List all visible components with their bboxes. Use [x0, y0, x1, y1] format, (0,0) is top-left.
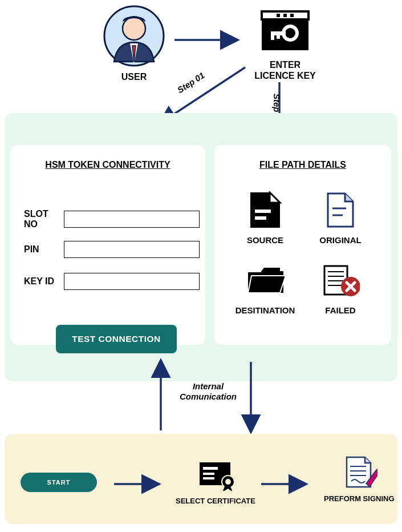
svg-rect-14 — [255, 209, 271, 213]
user-avatar-icon — [103, 5, 165, 67]
key-id-row: KEY ID — [24, 273, 200, 290]
svg-rect-15 — [255, 216, 266, 220]
arrow-start-to-cert — [113, 478, 162, 490]
original-item: ORIGINAL — [306, 191, 375, 245]
hsm-card-title: HSM TOKEN CONNECTIVITY — [10, 160, 205, 170]
certificate-icon — [197, 459, 234, 491]
slot-no-field[interactable] — [64, 211, 200, 228]
select-certificate-item: SELECT CERTIFICATE — [176, 457, 255, 505]
pin-label: PIN — [24, 244, 64, 255]
pin-field[interactable] — [64, 241, 200, 258]
svg-rect-5 — [283, 14, 287, 17]
svg-rect-10 — [277, 35, 280, 39]
failed-item: FAILED — [306, 261, 375, 315]
key-id-field[interactable] — [64, 273, 200, 290]
file-paths-card: FILE PATH DETAILS SOURCE ORIGINAL DESITI… — [214, 145, 391, 345]
file-paths-title: FILE PATH DETAILS — [214, 160, 391, 170]
select-certificate-label: SELECT CERTIFICATE — [176, 497, 255, 505]
svg-rect-31 — [203, 473, 214, 475]
svg-rect-6 — [290, 14, 294, 17]
arrow-internal-down — [245, 358, 257, 433]
failed-label: FAILED — [325, 305, 355, 315]
folder-icon — [246, 264, 285, 296]
failed-file-icon — [321, 263, 360, 298]
pin-row: PIN — [24, 241, 200, 258]
svg-point-1 — [123, 17, 145, 40]
svg-rect-32 — [203, 477, 214, 479]
slot-no-label: SLOT NO — [24, 209, 64, 229]
destination-item: DESITINATION — [230, 261, 300, 315]
internal-communication-label: InternalComunication — [177, 381, 239, 402]
perform-signing-item: PREFORM SIGNING — [324, 454, 395, 503]
arrow-cert-to-sign — [260, 478, 309, 490]
source-file-icon — [248, 191, 282, 229]
start-button[interactable]: START — [21, 473, 97, 492]
source-item: SOURCE — [230, 191, 300, 245]
signing-panel: START SELECT CERTIFICATE PREFORM SIGNING — [5, 434, 397, 524]
perform-signing-label: PREFORM SIGNING — [324, 494, 395, 503]
slot-no-row: SLOT NO — [24, 209, 200, 229]
licence-label: ENTER LICENCE KEY — [245, 59, 325, 81]
svg-rect-30 — [203, 467, 218, 470]
svg-rect-8 — [271, 31, 286, 35]
svg-rect-9 — [271, 35, 274, 40]
original-file-icon — [324, 191, 356, 229]
licence-key-icon — [259, 9, 311, 54]
original-label: ORIGINAL — [319, 235, 361, 245]
hsm-card: HSM TOKEN CONNECTIVITY SLOT NO PIN KEY I… — [10, 145, 205, 345]
test-connection-button[interactable]: TEST CONNECTION — [56, 325, 177, 353]
arrow-internal-up — [155, 358, 167, 433]
config-panel: HSM TOKEN CONNECTIVITY SLOT NO PIN KEY I… — [5, 113, 397, 381]
licence-block: ENTER LICENCE KEY — [245, 9, 325, 81]
destination-label: DESITINATION — [235, 305, 295, 315]
svg-rect-4 — [277, 14, 280, 17]
arrow-user-to-licence — [173, 34, 242, 46]
file-paths-grid: SOURCE ORIGINAL DESITINATION FAILED — [230, 191, 375, 315]
source-label: SOURCE — [247, 235, 283, 245]
signing-icon — [341, 455, 377, 490]
key-id-label: KEY ID — [24, 276, 64, 287]
svg-point-34 — [225, 479, 231, 485]
